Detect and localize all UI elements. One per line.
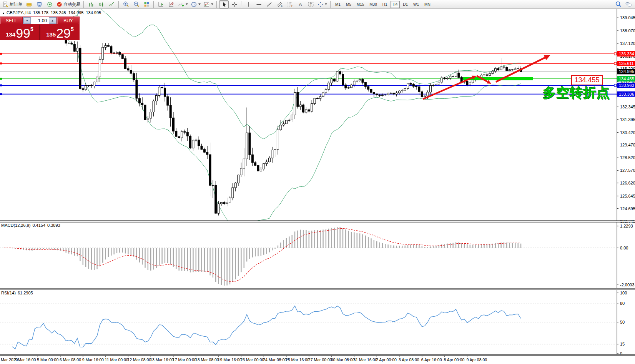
zoom-out-icon: [133, 1, 140, 7]
svg-text:132.345: 132.345: [620, 105, 635, 109]
sell-price-sup: 5: [30, 26, 33, 32]
terminal-button[interactable]: [35, 0, 44, 8]
buy-button[interactable]: BUY: [57, 17, 79, 24]
one-click-trading-panel: SELL ▼ 1.00 ▲ BUY 134995 135295: [0, 17, 80, 40]
crosshair-tool-button[interactable]: [229, 0, 239, 8]
symbol-info: ▲GBPJPY-,H4135.178135.245134.995134.995: [2, 10, 103, 15]
trendline-tool-button[interactable]: [264, 0, 274, 8]
svg-text:134.455: 134.455: [619, 76, 634, 81]
symbol-name: GBPJPY-,H4: [7, 10, 31, 15]
price-badge: 136.334: [617, 51, 635, 57]
signals-button[interactable]: [45, 0, 55, 8]
bollinger-lower-band: [12, 25, 521, 226]
svg-text:30 Mar 08:00: 30 Mar 08:00: [331, 357, 355, 362]
tf-button-m30[interactable]: M30: [367, 1, 379, 8]
horizontal-line-tool-button[interactable]: [254, 0, 264, 8]
svg-text:8 Apr 00:00: 8 Apr 00:00: [444, 357, 465, 362]
svg-text:126.620: 126.620: [620, 181, 635, 185]
search-button[interactable]: [613, 0, 623, 8]
buy-price-big: 29: [56, 27, 71, 39]
volume-increase-button[interactable]: ▲: [49, 17, 56, 24]
chevron-down-icon: [186, 3, 188, 5]
rsi-curve: [12, 306, 521, 349]
ohlc-low: 134.995: [68, 10, 84, 15]
market-watch-button[interactable]: [24, 0, 34, 8]
chevron-down-icon: [211, 3, 213, 5]
text-label-tool-button[interactable]: T: [306, 0, 316, 8]
rsi-line: [12, 306, 521, 349]
vertical-line-tool-button[interactable]: [244, 0, 253, 8]
rsi-name: RSI(14): [1, 291, 16, 295]
svg-text:139.045: 139.045: [620, 15, 635, 20]
macd-signal-line: [4, 228, 521, 282]
templates-button[interactable]: [203, 0, 214, 8]
time-axis[interactable]: Mar 20203 Mar 16:005 Mar 00:006 Mar 08:0…: [1, 356, 487, 362]
volume-value[interactable]: 1.00: [31, 17, 49, 24]
svg-text:15: 15: [620, 342, 625, 346]
separator: [153, 1, 154, 8]
arrows-tool-button[interactable]: [316, 0, 328, 8]
auto-trading-button[interactable]: 自动交易: [55, 0, 81, 8]
buy-price[interactable]: 135295: [40, 25, 80, 40]
svg-text:133.963: 133.963: [619, 83, 634, 88]
rsi-levels: [0, 303, 617, 344]
bollinger-bands: [12, 0, 521, 226]
timeframe-group: M1M5M15M30H1H4D1W1MN: [332, 1, 433, 8]
tile-windows-button[interactable]: [142, 0, 151, 8]
tf-button-h1[interactable]: H1: [380, 1, 390, 8]
zoom-out-button[interactable]: [131, 0, 141, 8]
horizontal-line-icon: [256, 2, 262, 7]
chat-button[interactable]: [624, 0, 633, 8]
chart-shift-button[interactable]: [156, 0, 166, 8]
tf-button-h4[interactable]: H4: [391, 1, 400, 8]
svg-text:3 Apr 08:00: 3 Apr 08:00: [399, 357, 419, 362]
svg-text:50: 50: [620, 320, 625, 324]
svg-text:9 Mar 16:00: 9 Mar 16:00: [82, 357, 104, 362]
tf-button-m15[interactable]: M15: [354, 1, 366, 8]
svg-text:127.570: 127.570: [620, 168, 635, 173]
svg-text:24 Mar 08:00: 24 Mar 08:00: [263, 357, 287, 362]
svg-text:128.520: 128.520: [620, 155, 635, 160]
cursor-tool-button[interactable]: [219, 0, 229, 8]
macd-label: MACD(12,26,9)0.41540.3893: [1, 223, 62, 228]
turning-point-annotation[interactable]: 多空转折点: [543, 84, 610, 102]
candlestick-icon: [98, 2, 104, 7]
svg-text:125.645: 125.645: [620, 194, 635, 198]
chart-annotations[interactable]: [423, 55, 550, 99]
tf-button-m1[interactable]: M1: [333, 1, 343, 8]
svg-text:130.420: 130.420: [620, 130, 635, 135]
candlestick-mode-button[interactable]: [96, 0, 106, 8]
channel-icon: E: [277, 2, 283, 7]
indicators-button[interactable]: [177, 0, 189, 8]
rsi-axis[interactable]: 1008050150: [617, 291, 627, 356]
sell-button[interactable]: SELL: [0, 17, 22, 24]
svg-text:-2.0003: -2.0003: [620, 283, 634, 287]
sell-price[interactable]: 134995: [0, 25, 39, 40]
tf-button-m5[interactable]: M5: [344, 1, 354, 8]
tf-button-mn[interactable]: MN: [422, 1, 433, 8]
horizontal-line-objects[interactable]: [0, 54, 617, 94]
equidistant-channel-tool-button[interactable]: E: [275, 0, 284, 8]
line-handles[interactable]: [0, 53, 617, 95]
price-level-annotation[interactable]: 134.455: [571, 75, 603, 85]
svg-text:A: A: [299, 2, 302, 7]
macd-axis[interactable]: 1.22930.00-2.0003: [617, 224, 634, 287]
macd-name: MACD(12,26,9): [1, 223, 30, 228]
chart-canvas[interactable]: 139.045138.070137.120136.170135.220134.2…: [0, 0, 635, 364]
volume-decrease-button[interactable]: ▼: [23, 17, 31, 24]
svg-text:137.120: 137.120: [620, 41, 635, 46]
fibonacci-tool-button[interactable]: F: [285, 0, 295, 8]
line-chart-mode-button[interactable]: [107, 0, 116, 8]
new-order-button[interactable]: 新订单: [2, 0, 23, 8]
zoom-in-button[interactable]: [121, 0, 131, 8]
svg-text:2 Apr 00:00: 2 Apr 00:00: [376, 357, 397, 362]
periods-button[interactable]: [190, 0, 202, 8]
tf-button-d1[interactable]: D1: [401, 1, 410, 8]
bar-chart-mode-button[interactable]: [86, 0, 96, 8]
svg-text:18 Mar 08:00: 18 Mar 08:00: [195, 357, 219, 362]
auto-scroll-button[interactable]: [166, 0, 176, 8]
tf-button-w1[interactable]: W1: [411, 1, 421, 8]
fibonacci-icon: F: [287, 2, 293, 7]
text-tool-button[interactable]: A: [296, 0, 305, 8]
svg-text:133.306: 133.306: [619, 92, 634, 96]
